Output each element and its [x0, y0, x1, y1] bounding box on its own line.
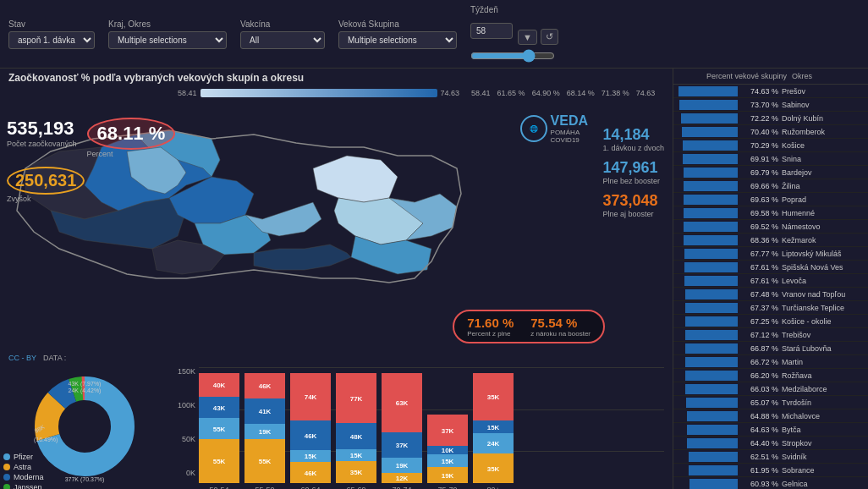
pocet-value: 535,193	[7, 118, 77, 140]
map-area: 58.41 74.63 58.41 61.65 % 64.90 % 68.14 …	[0, 87, 673, 352]
sidebar-row-sabinov[interactable]: 73.70 % Sabinov	[673, 98, 868, 112]
sidebar-row-svidnik[interactable]: 62.51 % Svidník	[673, 450, 868, 464]
sidebar-row-bardejov[interactable]: 69.79 % Bardejov	[673, 166, 868, 179]
svg-text:24K (4.42%): 24K (4.42%)	[69, 387, 102, 394]
sidebar-row-michalovce[interactable]: 64.88 % Michalovce	[673, 409, 868, 423]
sidebar-row-dolny-kubin[interactable]: 72.22 % Dolný Kubín	[673, 112, 868, 125]
janssen-label: Janssen	[14, 483, 42, 489]
sidebar-row-roznava[interactable]: 66.20 % Rožňava	[673, 369, 868, 382]
label-55-59: 55-59	[255, 486, 275, 489]
kraj-filter: Kraj, Okres Multiple selections	[108, 19, 227, 49]
kraj-select[interactable]: Multiple selections	[108, 31, 227, 49]
seg-65-69-plne-bez: 48K	[336, 423, 376, 449]
stacked-bar-80plus: 35K 24K 15K 35K	[473, 373, 514, 483]
sidebar-row-vranov[interactable]: 67.48 % Vranov nad Topľou	[673, 288, 868, 301]
legend-moderna: Moderna	[3, 473, 44, 481]
seg-70-74-davka: 19K	[382, 458, 422, 473]
zvysok-label: Zvyšok	[7, 195, 175, 203]
sidebar-row-gelnica[interactable]: 60.93 % Gelnica	[673, 477, 868, 489]
veda-sub: POMÁHA	[551, 129, 588, 136]
seg-55-59-davka: 19K	[244, 424, 285, 439]
sidebar-row-levoca[interactable]: 67.61 % Levoča	[673, 274, 868, 288]
sidebar-row-stara-lubovna[interactable]: 66.87 % Stará Ľubovňa	[673, 342, 868, 355]
y-axis: 150K 100K 50K 0K	[178, 367, 195, 477]
pocet-label: Počet zaočkovaných	[7, 140, 77, 148]
sidebar-row-kosice-okolie[interactable]: 67.25 % Košice - okolie	[673, 315, 868, 328]
sidebar-row-humenne[interactable]: 69.58 % Humenné	[673, 206, 868, 220]
sidebar-scroll[interactable]: 74.63 % Prešov 73.70 % Sabinov 72.22 % D…	[673, 85, 868, 489]
sidebar-row-liptovsky-mikulas[interactable]: 67.77 % Liptovský Mikuláš	[673, 247, 868, 261]
lbl-75-79-d: 37K	[442, 426, 454, 434]
tyzden-slider[interactable]	[470, 49, 555, 63]
sidebar-row-trebisov[interactable]: 67.12 % Trebišov	[673, 328, 868, 342]
label-65-69: 65-69	[347, 486, 366, 489]
lbl-80plus-c: 15K	[487, 423, 500, 431]
lbl-50-54-a: 55K	[213, 458, 226, 465]
seg-70-74-zvysok: 12K	[382, 473, 422, 483]
sidebar-row-zilina[interactable]: 69.66 % Žilina	[673, 179, 868, 193]
sidebar-row-sobrance[interactable]: 61.95 % Sobrance	[673, 464, 868, 477]
legend-janssen: Janssen	[3, 483, 44, 489]
bottom-stats: 71.60 % Percent z plne 75.54 % z nároku …	[453, 310, 605, 343]
bar-65-69: 35K 15K 48K 77K	[336, 373, 376, 489]
lbl-70-74-d: 63K	[396, 399, 409, 407]
sidebar-row-presov[interactable]: 74.63 % Prešov	[673, 85, 868, 98]
cc-bar: CC - BY DATA :	[0, 352, 673, 364]
seg-70-74-plne-aj: 63K	[382, 373, 422, 432]
sidebar-row-turcianske[interactable]: 67.37 % Turčianske Teplice	[673, 301, 868, 315]
stav-select[interactable]: aspoň 1. dávka	[8, 31, 95, 49]
sidebar-row-tvrdosin[interactable]: 65.07 % Tvrdošín	[673, 396, 868, 409]
seg-80plus-plne-aj: 35K	[473, 373, 514, 420]
pocet-stat: 535,193 Počet zaočkovaných	[7, 118, 77, 148]
bar-chart-inner: 150K 100K 50K 0K	[178, 367, 664, 489]
pct-plne-value: 71.60 %	[467, 316, 514, 330]
seg-65-69-davka: 15K	[336, 449, 376, 461]
sidebar-row-poprad[interactable]: 69.63 % Poprad	[673, 193, 868, 206]
janssen-color	[3, 484, 10, 489]
sidebar-row-spisska[interactable]: 67.61 % Spišská Nová Ves	[673, 261, 868, 274]
vakcina-select[interactable]: All	[240, 31, 325, 49]
lbl-65-69-b: 15K	[350, 452, 363, 459]
lbl-60-64-a: 46K	[305, 469, 317, 476]
percent-stat: 68.11 % Percent	[87, 118, 176, 158]
reset-icon[interactable]: ↺	[541, 29, 558, 45]
stav-label: Stav	[8, 19, 95, 29]
vekova-select[interactable]: Multiple selections	[338, 31, 457, 49]
filter-icon[interactable]: ▼	[518, 30, 537, 45]
sidebar-row-bytca[interactable]: 64.63 % Bytča	[673, 423, 868, 437]
legend-astra: Astra	[3, 463, 44, 471]
label-60-64: 60-64	[301, 486, 321, 489]
lbl-60-64-c: 46K	[305, 431, 317, 439]
lbl-80plus-d: 35K	[487, 393, 500, 401]
astra-label: Astra	[14, 463, 31, 471]
seg-50-54-plne-aj: 40K	[199, 373, 239, 397]
sidebar-row-medzilaborce[interactable]: 66.03 % Medzilaborce	[673, 382, 868, 396]
sidebar-row-ruzomberok[interactable]: 70.40 % Ružomberok	[673, 125, 868, 139]
moderna-label: Moderna	[14, 473, 44, 481]
bar-60-64: 46K 15K 46K 74K	[290, 373, 331, 489]
lbl-55-59-b: 19K	[259, 428, 272, 436]
seg-50-54-davka: 55K	[199, 418, 239, 439]
sidebar-row-kosice[interactable]: 70.29 % Košice	[673, 139, 868, 152]
sidebar-row-snina[interactable]: 69.91 % Snina	[673, 152, 868, 166]
cc-label: CC - BY	[8, 354, 36, 362]
seg-60-64-plne-aj: 74K	[290, 373, 331, 420]
percent-label: Percent	[87, 150, 176, 158]
stacked-bar-75-79: 19K 15K 10K 37K	[427, 373, 468, 483]
bar-80plus: 35K 24K 15K 35K	[473, 373, 514, 489]
sidebar-row-kezmarok[interactable]: 68.36 % Kežmarok	[673, 234, 868, 247]
label-75-79: 75-79	[438, 486, 458, 489]
tyzden-input[interactable]	[470, 23, 513, 39]
lbl-65-69-c: 48K	[350, 432, 363, 440]
seg-80plus-davka: 24K	[473, 433, 514, 453]
lbl-55-59-d: 46K	[259, 382, 272, 390]
lbl-70-74-a: 12K	[396, 475, 409, 482]
stacked-bar-60-64: 46K 15K 46K 74K	[290, 373, 331, 483]
sidebar-row-stropkov[interactable]: 64.40 % Stropkov	[673, 437, 868, 450]
vakcina-label: Vakcína	[240, 19, 325, 29]
y-50k: 50K	[178, 435, 195, 443]
sidebar-row-namestovo[interactable]: 69.52 % Námestovo	[673, 220, 868, 234]
chart-title: Zaočkovanosť % podľa vybraných vekových …	[0, 69, 673, 87]
colorbar-max: 74.63	[441, 89, 460, 97]
sidebar-row-martin[interactable]: 66.72 % Martin	[673, 355, 868, 369]
